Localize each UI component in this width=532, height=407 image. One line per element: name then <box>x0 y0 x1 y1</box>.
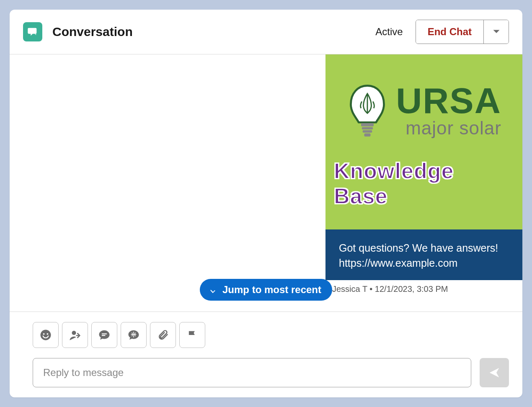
svg-point-6 <box>47 333 49 335</box>
end-chat-dropdown[interactable] <box>483 20 509 44</box>
conversation-icon <box>23 22 42 41</box>
quick-text-button[interactable] <box>91 322 117 348</box>
status-label: Active <box>375 26 403 38</box>
end-chat-button[interactable]: End Chat <box>416 20 483 44</box>
chevron-down-icon <box>493 29 500 34</box>
conversation-panel: Conversation Active End Chat <box>10 10 522 397</box>
flag-button[interactable] <box>179 322 205 348</box>
message-caption: Got questions? We have answers! https://… <box>325 229 522 280</box>
knowledge-base-label: Knowledge Base <box>334 158 514 209</box>
message-card[interactable]: URSA major solar Knowledge Base Got ques… <box>325 54 522 294</box>
svg-point-4 <box>41 330 51 340</box>
svg-rect-1 <box>362 127 373 130</box>
composer <box>10 312 522 397</box>
brand-logo: URSA major solar <box>346 84 501 151</box>
emoji-icon <box>39 329 52 341</box>
svg-point-5 <box>43 333 45 335</box>
message-meta: Jessica T • 12/1/2023, 3:03 PM <box>325 280 522 294</box>
svg-point-7 <box>72 331 76 335</box>
chat-body: URSA major solar Knowledge Base Got ques… <box>10 54 522 312</box>
svg-rect-0 <box>361 123 374 126</box>
attach-button[interactable] <box>150 322 176 348</box>
jump-label: Jump to most recent <box>222 284 321 296</box>
macro-button[interactable] <box>121 322 147 348</box>
chat-icon <box>98 329 111 341</box>
brand-tagline: major solar <box>396 119 501 137</box>
svg-rect-2 <box>363 130 372 133</box>
svg-rect-3 <box>364 134 371 137</box>
caption-line-2: https://www.example.com <box>339 255 509 270</box>
caption-line-1: Got questions? We have answers! <box>339 240 509 255</box>
jump-to-recent-button[interactable]: Jump to most recent <box>200 279 332 301</box>
message-image: URSA major solar Knowledge Base <box>325 54 522 229</box>
end-chat-group: End Chat <box>416 20 509 44</box>
transfer-icon <box>69 329 81 341</box>
lightbulb-icon <box>346 84 388 151</box>
svg-rect-8 <box>102 333 107 334</box>
panel-header: Conversation Active End Chat <box>10 10 522 54</box>
brand-name: URSA <box>396 84 501 118</box>
flag-icon <box>186 329 198 341</box>
reply-input[interactable] <box>33 358 471 387</box>
svg-rect-9 <box>102 335 106 336</box>
input-row <box>33 358 509 387</box>
composer-toolbar <box>33 322 509 348</box>
paperclip-icon <box>157 329 169 341</box>
arrow-down-icon <box>208 285 217 294</box>
send-icon <box>488 366 501 379</box>
emoji-button[interactable] <box>33 322 59 348</box>
page-title: Conversation <box>52 25 375 39</box>
transfer-button[interactable] <box>62 322 88 348</box>
global-chat-icon <box>127 329 140 341</box>
send-button[interactable] <box>480 358 509 387</box>
